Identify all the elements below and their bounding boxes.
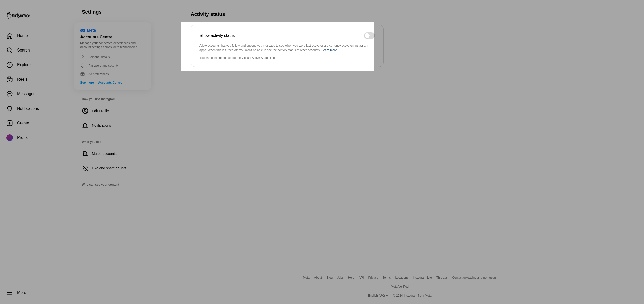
svg-marker-8 <box>9 79 11 81</box>
activity-note: You can continue to use our services if … <box>199 56 375 60</box>
settings-item-likes[interactable]: Like and share counts <box>80 161 150 175</box>
avatar-icon <box>6 134 13 141</box>
section-header: How you use Instagram <box>82 97 150 101</box>
create-icon <box>6 120 13 126</box>
nav-more[interactable]: More <box>3 286 64 299</box>
language-selector[interactable]: English (UK) <box>368 294 388 297</box>
svg-line-1 <box>11 52 12 53</box>
svg-marker-3 <box>9 64 11 66</box>
meta-icon <box>80 28 85 33</box>
main-content: Activity status Show activity status All… <box>155 0 644 304</box>
toggle-label: Show activity status <box>199 33 235 38</box>
settings-column: Settings Meta Accounts Centre Manage you… <box>68 0 155 304</box>
nav-label: Create <box>17 121 29 125</box>
svg-point-19 <box>82 108 88 114</box>
footer-link[interactable]: About <box>314 276 322 279</box>
footer-link[interactable]: Meta <box>303 276 310 279</box>
meta-logo: Meta <box>80 28 145 33</box>
heart-off-icon <box>82 165 88 171</box>
ac-item-label: Ad preferences <box>88 72 109 76</box>
chevron-down-icon <box>386 294 389 297</box>
heart-icon <box>6 105 13 112</box>
footer-link[interactable]: Locations <box>395 276 408 279</box>
section-header: Who can see your content <box>82 183 150 186</box>
user-icon <box>80 55 85 59</box>
instagram-logo[interactable] <box>0 0 68 23</box>
footer-link[interactable]: Terms <box>383 276 391 279</box>
settings-item-label: Like and share counts <box>92 166 126 170</box>
nav-label: Profile <box>17 135 28 140</box>
settings-item-notifications[interactable]: Notifications <box>80 118 150 133</box>
nav-label: Reels <box>17 77 27 82</box>
section-header: What you see <box>82 140 150 144</box>
shield-icon <box>80 63 85 68</box>
nav-label: Messages <box>17 92 35 96</box>
bell-off-icon <box>82 150 88 157</box>
footer-link[interactable]: Jobs <box>337 276 343 279</box>
reels-icon <box>6 76 13 83</box>
ac-item-label: Password and security <box>88 64 119 67</box>
bell-icon <box>82 122 88 129</box>
home-icon <box>6 32 13 39</box>
learn-more-link[interactable]: Learn more <box>321 48 337 52</box>
nav-label: Explore <box>17 63 31 67</box>
nav-notifications[interactable]: Notifications <box>3 102 64 115</box>
svg-rect-16 <box>81 73 84 76</box>
activity-status-card: Show activity status Allow accounts that… <box>191 25 384 67</box>
meta-label: Meta <box>87 28 96 33</box>
settings-title: Settings <box>82 9 150 15</box>
footer-link[interactable]: Meta Verified <box>391 285 409 288</box>
ac-item-security[interactable]: Password and security <box>80 61 145 70</box>
instagram-wordmark-icon <box>6 11 35 19</box>
app-root: Home Search Explore Reels Messages Notif… <box>0 0 644 304</box>
footer-link[interactable]: Help <box>348 276 354 279</box>
settings-item-muted[interactable]: Muted accounts <box>80 146 150 161</box>
nav-label: Search <box>17 48 30 53</box>
ac-item-personal[interactable]: Personal details <box>80 53 145 61</box>
nav-explore[interactable]: Explore <box>3 59 64 71</box>
svg-point-0 <box>7 48 11 52</box>
activity-status-toggle[interactable] <box>364 32 375 39</box>
ad-icon <box>80 72 85 76</box>
nav-label: Home <box>17 33 28 38</box>
nav-messages[interactable]: Messages <box>3 88 64 100</box>
nav-profile[interactable]: Profile <box>3 131 64 144</box>
nav-label: More <box>17 290 26 295</box>
settings-item-label: Notifications <box>92 123 111 127</box>
accounts-centre-card[interactable]: Meta Accounts Centre Manage your connect… <box>74 22 151 90</box>
activity-description: Allow accounts that you follow and anyon… <box>199 43 375 53</box>
footer-link[interactable]: Blog <box>327 276 333 279</box>
footer-link[interactable]: API <box>359 276 364 279</box>
page-title: Activity status <box>191 11 644 17</box>
settings-item-label: Edit Profile <box>92 109 109 113</box>
ac-item-label: Personal details <box>88 55 110 59</box>
nav-home[interactable]: Home <box>3 29 64 42</box>
hamburger-icon <box>6 289 13 296</box>
nav-label: Notifications <box>17 106 39 111</box>
svg-rect-4 <box>7 77 12 82</box>
accounts-centre-link[interactable]: See more in Accounts Centre <box>80 81 145 84</box>
footer-link[interactable]: Instagram Lite <box>413 276 432 279</box>
settings-item-edit-profile[interactable]: Edit Profile <box>80 104 150 118</box>
accounts-centre-title: Accounts Centre <box>80 35 145 39</box>
svg-point-15 <box>82 56 83 57</box>
compass-icon <box>6 62 13 68</box>
nav-search[interactable]: Search <box>3 44 64 57</box>
profile-circle-icon <box>82 108 88 114</box>
footer-link[interactable]: Threads <box>436 276 448 279</box>
messenger-icon <box>6 91 13 97</box>
nav-create[interactable]: Create <box>3 117 64 129</box>
footer-link[interactable]: Privacy <box>368 276 378 279</box>
ac-item-ads[interactable]: Ad preferences <box>80 70 145 78</box>
accounts-centre-desc: Manage your connected experiences and ac… <box>80 41 145 49</box>
footer-link[interactable]: Contact uploading and non-users <box>452 276 497 279</box>
svg-point-20 <box>84 110 86 111</box>
settings-item-label: Muted accounts <box>92 151 117 156</box>
search-icon <box>6 47 13 54</box>
nav-reels[interactable]: Reels <box>3 73 64 86</box>
left-sidebar: Home Search Explore Reels Messages Notif… <box>0 0 68 304</box>
